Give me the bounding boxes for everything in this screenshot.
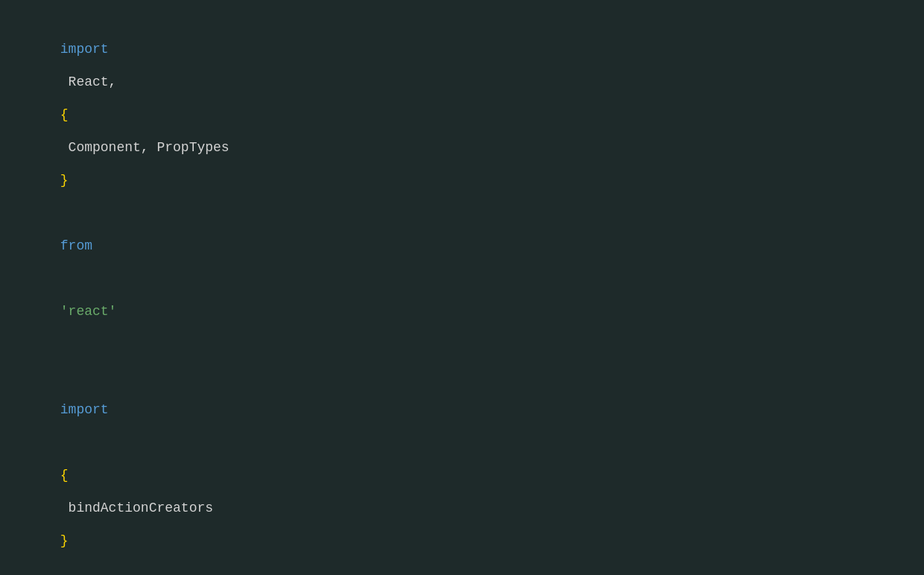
code-line-1: import React, { Component, PropTypes } f…	[0, 0, 924, 360]
keyword-from: from	[60, 238, 92, 253]
string-react: 'react'	[60, 304, 117, 319]
code-line-2: import { bindActionCreators } from 'redu…	[0, 360, 924, 575]
code-editor: import React, { Component, PropTypes } f…	[0, 0, 924, 575]
keyword-import: import	[60, 42, 109, 57]
